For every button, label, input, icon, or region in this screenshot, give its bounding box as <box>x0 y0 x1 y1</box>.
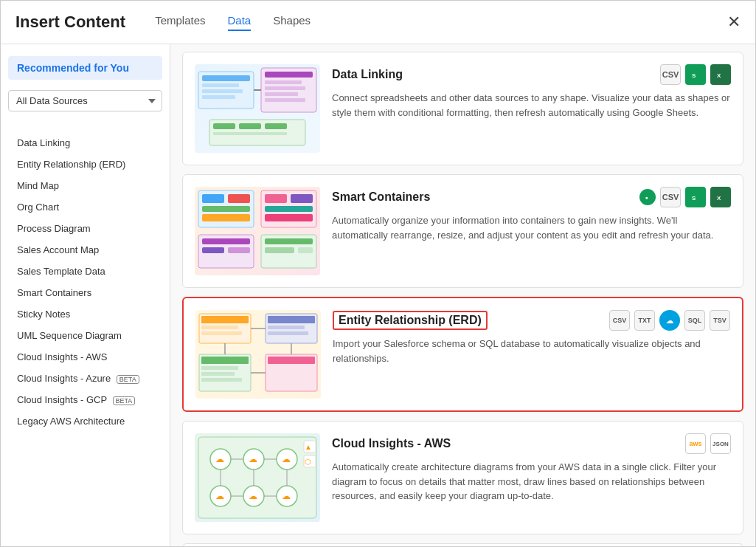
csv-icon-2: CSV <box>660 187 681 207</box>
txt-icon-erd: TXT <box>634 310 655 331</box>
sidebar-item-sales-account-map[interactable]: Sales Account Map <box>8 239 162 261</box>
sidebar-item-legacy-aws[interactable]: Legacy AWS Architecture <box>8 410 162 432</box>
svg-rect-14 <box>239 123 261 129</box>
card-icons-smart-containers: ● CSV S X <box>639 187 731 207</box>
svg-rect-55 <box>201 366 238 370</box>
modal-container: Insert Content Templates Data Shapes ✕ R… <box>0 0 756 547</box>
svg-rect-27 <box>265 194 287 203</box>
svg-rect-60 <box>268 366 305 370</box>
card-info-smart-containers: Smart Containers ● CSV S X <box>332 187 731 275</box>
svg-rect-10 <box>265 98 305 102</box>
svg-rect-48 <box>201 331 242 335</box>
svg-rect-28 <box>291 194 313 203</box>
svg-rect-59 <box>268 357 315 364</box>
excel-icon: X <box>710 64 731 85</box>
card-smart-containers[interactable]: Smart Containers ● CSV S X <box>182 174 743 288</box>
card-title-data-linking: Data Linking <box>332 68 403 81</box>
card-title-cloud-aws: Cloud Insights - AWS <box>332 437 451 450</box>
card-erd[interactable]: Entity Relationship (ERD) CSV TXT ☁ SQL … <box>182 297 743 412</box>
card-title-erd: Entity Relationship (ERD) <box>333 311 488 330</box>
card-icons-data-linking: CSV S X <box>660 64 731 85</box>
sidebar-item-cloud-gcp[interactable]: Cloud Insights - GCP BETA <box>8 389 162 410</box>
sidebar-item-data-linking[interactable]: Data Linking <box>8 132 162 154</box>
svg-rect-15 <box>265 123 287 129</box>
sidebar-item-mind-map[interactable]: Mind Map <box>8 175 162 196</box>
svg-rect-46 <box>201 316 249 323</box>
sheets-icon: S <box>685 64 706 85</box>
sidebar-item-cloud-aws[interactable]: Cloud Insights - AWS <box>8 346 162 368</box>
card-desc-erd: Import your Salesforce schema or SQL dat… <box>333 337 730 365</box>
svg-rect-47 <box>201 326 238 329</box>
svg-text:☁: ☁ <box>282 454 291 464</box>
svg-rect-3 <box>202 89 243 93</box>
card-title-row-smart-containers: Smart Containers ● CSV S X <box>332 187 731 207</box>
sidebar-item-sales-template-data[interactable]: Sales Template Data <box>8 261 162 282</box>
card-desc-cloud-aws: Automatically create architecture diagra… <box>332 460 731 503</box>
svg-rect-22 <box>202 194 224 203</box>
card-info-data-linking: Data Linking CSV S X Connect spreadsheet… <box>332 64 731 153</box>
svg-rect-6 <box>265 72 313 78</box>
tab-templates[interactable]: Templates <box>155 14 205 31</box>
svg-rect-23 <box>228 194 250 203</box>
sidebar-item-uml-sequence[interactable]: UML Sequence Diagram <box>8 325 162 346</box>
card-desc-data-linking: Connect spreadsheets and other data sour… <box>332 91 731 120</box>
svg-rect-57 <box>201 378 242 382</box>
data-sources-dropdown[interactable]: All Data Sources <box>8 90 162 111</box>
csv-icon: CSV <box>660 64 681 85</box>
svg-rect-56 <box>201 372 235 376</box>
tab-data[interactable]: Data <box>228 14 252 31</box>
card-info-erd: Entity Relationship (ERD) CSV TXT ☁ SQL … <box>333 310 730 399</box>
card-desc-smart-containers: Automatically organize your information … <box>332 213 731 242</box>
svg-text:☁: ☁ <box>215 454 224 464</box>
svg-rect-62 <box>268 378 308 382</box>
svg-text:S: S <box>692 195 696 202</box>
svg-text:☁: ☁ <box>282 491 291 501</box>
svg-text:S: S <box>692 72 696 79</box>
svg-rect-50 <box>268 316 315 323</box>
modal-tabs: Templates Data Shapes <box>155 14 727 31</box>
svg-rect-7 <box>265 80 302 84</box>
svg-rect-8 <box>265 86 305 90</box>
svg-rect-16 <box>213 132 287 135</box>
svg-text:●: ● <box>645 195 648 200</box>
svg-rect-2 <box>202 83 239 87</box>
beta-badge-azure: BETA <box>117 375 139 384</box>
card-icons-erd: CSV TXT ☁ SQL TSV <box>609 310 730 331</box>
sidebar-item-org-chart[interactable]: Org Chart <box>8 196 162 218</box>
main-content: Data Linking CSV S X Connect spreadsheet… <box>170 44 755 546</box>
svg-rect-54 <box>201 357 249 364</box>
modal-header: Insert Content Templates Data Shapes ✕ <box>1 1 755 44</box>
thumbnail-erd <box>195 310 321 399</box>
svg-rect-30 <box>265 214 313 221</box>
svg-text:☁: ☁ <box>215 491 224 501</box>
svg-rect-4 <box>202 95 235 99</box>
svg-rect-37 <box>265 247 294 253</box>
svg-rect-24 <box>202 206 250 212</box>
card-cloud-aws[interactable]: ☁ ☁ ☁ ☁ ☁ ☁ <box>182 421 743 534</box>
tab-shapes[interactable]: Shapes <box>273 14 311 31</box>
recommended-for-you-button[interactable]: Recommended for You <box>8 56 162 80</box>
tsv-icon-erd: TSV <box>710 310 730 331</box>
green-dot-icon: ● <box>639 189 656 205</box>
csv-icon-erd: CSV <box>609 310 630 331</box>
svg-rect-38 <box>298 247 313 253</box>
close-button[interactable]: ✕ <box>727 13 741 32</box>
svg-rect-29 <box>265 206 313 212</box>
card-info-cloud-aws: Cloud Insights - AWS aws JSON Automatica… <box>332 433 731 522</box>
card-title-smart-containers: Smart Containers <box>332 190 430 204</box>
svg-text:☁: ☁ <box>249 454 257 464</box>
sidebar-item-cloud-azure[interactable]: Cloud Insights - Azure BETA <box>8 368 162 389</box>
sidebar-item-smart-containers[interactable]: Smart Containers <box>8 282 162 303</box>
beta-badge-gcp: BETA <box>113 396 136 405</box>
sidebar-item-sticky-notes[interactable]: Sticky Notes <box>8 303 162 325</box>
svg-text:X: X <box>717 72 721 79</box>
svg-rect-34 <box>228 247 250 253</box>
svg-text:☁: ☁ <box>249 491 257 501</box>
sidebar-item-process-diagram[interactable]: Process Diagram <box>8 218 162 239</box>
card-data-linking[interactable]: Data Linking CSV S X Connect spreadsheet… <box>182 52 743 165</box>
card-title-row-erd: Entity Relationship (ERD) CSV TXT ☁ SQL … <box>333 310 730 331</box>
sidebar-item-erd[interactable]: Entity Relationship (ERD) <box>8 154 162 175</box>
modal-title: Insert Content <box>15 13 125 32</box>
aws-icon: aws <box>685 433 706 454</box>
card-sales-account-map[interactable]: 👤 👤 👤 👤 👤 <box>182 543 743 546</box>
